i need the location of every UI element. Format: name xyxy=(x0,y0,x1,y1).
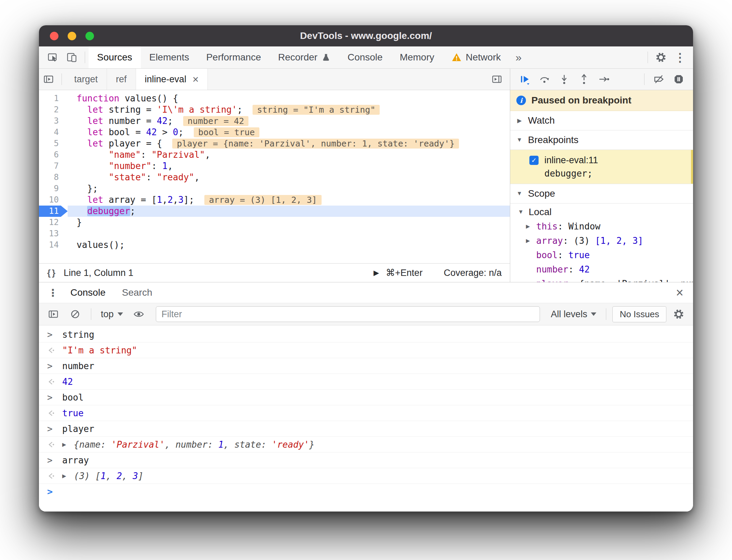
code-line-content[interactable]: "state": "ready", xyxy=(68,172,510,183)
code-line-content[interactable]: "name": "Parzival", xyxy=(68,149,510,160)
console-entries[interactable]: >string"I'm a string">number42>booltrue>… xyxy=(39,325,693,512)
line-number[interactable]: 13 xyxy=(39,228,68,239)
resume-script-icon[interactable] xyxy=(516,70,533,88)
console-result-row[interactable]: ▶{name: 'Parzival', number: 1, state: 'r… xyxy=(39,437,693,452)
watch-section-header[interactable]: ▶ Watch xyxy=(510,111,693,130)
expander-icon[interactable]: ▶ xyxy=(526,223,536,229)
code-line-content[interactable]: let array = [1,2,3];array = (3) [1, 2, 3… xyxy=(68,194,510,206)
scope-row[interactable]: ▶this: Window xyxy=(510,219,693,234)
breakpoints-section-header[interactable]: ▼ Breakpoints xyxy=(510,130,693,150)
line-number[interactable]: 14 xyxy=(39,239,68,251)
drawer-menu-kebab-icon[interactable]: ⋮ xyxy=(44,282,62,303)
minimize-window-button[interactable] xyxy=(68,32,76,40)
breakpoint-entry[interactable]: ✓ inline-eval:11 debugger; xyxy=(510,150,693,184)
more-tabs-button[interactable]: » xyxy=(509,46,528,68)
tab-memory[interactable]: Memory xyxy=(391,46,443,68)
console-input-row[interactable]: >bool xyxy=(39,390,693,405)
clear-console-icon[interactable] xyxy=(66,305,85,323)
chevron-down-icon[interactable]: ▼ xyxy=(516,190,523,197)
scope-group-local[interactable]: ▼ Local xyxy=(510,204,693,219)
zoom-window-button[interactable] xyxy=(85,32,94,40)
pause-on-exceptions-icon[interactable] xyxy=(670,70,688,88)
file-tab-target[interactable]: target xyxy=(65,69,107,90)
settings-gear-icon[interactable] xyxy=(651,48,670,66)
scope-row[interactable]: ▶array: (3) [1, 2, 3] xyxy=(510,234,693,248)
code-line-content[interactable] xyxy=(68,228,510,239)
tab-performance[interactable]: Performance xyxy=(198,46,269,68)
window-titlebar[interactable]: DevTools - www.google.com/ xyxy=(39,25,693,46)
line-number[interactable]: 8 xyxy=(39,172,68,183)
expander-icon[interactable]: ▶ xyxy=(62,473,74,479)
chevron-right-icon[interactable]: ▶ xyxy=(516,117,523,124)
close-window-button[interactable] xyxy=(50,32,58,40)
tab-console[interactable]: Console xyxy=(339,46,391,68)
step-icon[interactable] xyxy=(595,70,613,88)
code-editor[interactable]: 1function values() {2 let string = 'I\'m… xyxy=(39,90,510,263)
console-input-row[interactable]: >string xyxy=(39,327,693,342)
code-line-content[interactable]: function values() { xyxy=(68,93,510,104)
console-result-row[interactable]: ▶(3) [1, 2, 3] xyxy=(39,468,693,484)
step-out-icon[interactable] xyxy=(575,70,593,88)
device-toolbar-icon[interactable] xyxy=(62,48,81,66)
chevron-down-icon[interactable]: ▼ xyxy=(516,137,523,143)
show-console-sidebar-icon[interactable] xyxy=(44,305,63,323)
expander-icon[interactable]: ▶ xyxy=(526,238,536,244)
drawer-tab-console[interactable]: Console xyxy=(62,282,114,303)
issues-counter-button[interactable]: No Issues xyxy=(612,306,666,322)
scope-row[interactable]: player: {name: 'Parzival', number: 1, st… xyxy=(510,277,693,282)
console-result-row[interactable]: true xyxy=(39,405,693,421)
console-filter-input[interactable] xyxy=(156,306,540,322)
close-tab-icon[interactable]: × xyxy=(192,74,199,85)
line-number[interactable]: 6 xyxy=(39,149,68,160)
tab-recorder[interactable]: Recorder xyxy=(270,46,339,68)
show-navigator-icon[interactable] xyxy=(39,70,58,88)
console-input-row[interactable]: >number xyxy=(39,358,693,374)
tab-sources[interactable]: Sources xyxy=(89,46,141,68)
tab-network[interactable]: Network xyxy=(443,46,510,68)
console-result-row[interactable]: 42 xyxy=(39,374,693,390)
line-number[interactable]: 1 xyxy=(39,93,68,104)
chevron-down-icon[interactable]: ▼ xyxy=(517,209,525,215)
code-line-content[interactable]: debugger; xyxy=(68,206,510,217)
create-live-expression-icon[interactable] xyxy=(129,305,148,323)
scope-row[interactable]: bool: true xyxy=(510,248,693,262)
console-prompt-row[interactable]: > xyxy=(39,484,693,499)
close-drawer-icon[interactable]: × xyxy=(671,282,688,303)
code-line-content[interactable]: let string = 'I\'m a string';string = "I… xyxy=(68,104,510,115)
breakpoint-checkbox[interactable]: ✓ xyxy=(529,156,539,165)
line-number[interactable]: 3 xyxy=(39,115,68,127)
console-settings-gear-icon[interactable] xyxy=(669,305,688,323)
log-levels-selector[interactable]: All levels xyxy=(547,309,600,320)
deactivate-breakpoints-icon[interactable] xyxy=(650,70,668,88)
line-number[interactable]: 10 xyxy=(39,194,68,206)
expander-icon[interactable]: ▶ xyxy=(62,442,74,448)
console-input-row[interactable]: >array xyxy=(39,452,693,468)
line-number[interactable]: 9 xyxy=(39,183,68,194)
line-number[interactable]: 4 xyxy=(39,127,68,138)
scope-row[interactable]: number: 42 xyxy=(510,262,693,277)
code-line-content[interactable]: }; xyxy=(68,183,510,194)
context-selector[interactable]: top xyxy=(97,309,126,320)
code-line-content[interactable]: "number": 1, xyxy=(68,160,510,172)
line-number[interactable]: 7 xyxy=(39,160,68,172)
scope-section-header[interactable]: ▼ Scope xyxy=(510,184,693,204)
code-line-content[interactable]: values(); xyxy=(68,239,510,251)
console-result-row[interactable]: "I'm a string" xyxy=(39,342,693,358)
line-number[interactable]: 12 xyxy=(39,217,68,228)
inspect-element-icon[interactable] xyxy=(43,48,62,66)
execution-line-number[interactable]: 11 xyxy=(39,206,68,217)
drawer-tab-search[interactable]: Search xyxy=(114,282,161,303)
console-input-row[interactable]: >player xyxy=(39,421,693,437)
pretty-print-icon[interactable]: {} xyxy=(47,268,57,278)
tab-elements[interactable]: Elements xyxy=(141,46,198,68)
line-number[interactable]: 5 xyxy=(39,138,68,149)
code-line-content[interactable]: let bool = 42 > 0;bool = true xyxy=(68,127,510,138)
more-options-kebab-icon[interactable]: ⋮ xyxy=(670,48,690,66)
code-line-content[interactable]: } xyxy=(68,217,510,228)
step-into-icon[interactable] xyxy=(555,70,573,88)
code-line-content[interactable]: let player = {player = {name: 'Parzival'… xyxy=(68,138,510,149)
file-tab-inline-eval[interactable]: inline-eval × xyxy=(136,69,208,90)
toggle-sidebar-icon[interactable] xyxy=(487,70,506,88)
step-over-icon[interactable] xyxy=(536,70,553,88)
code-line-content[interactable]: let number = 42;number = 42 xyxy=(68,115,510,127)
